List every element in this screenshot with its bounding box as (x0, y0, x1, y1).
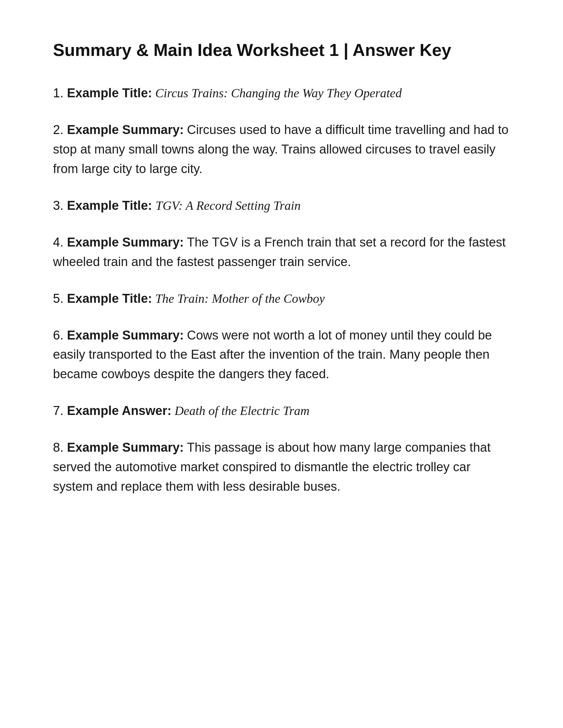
list-item: 6. Example Summary: Cows were not worth … (53, 326, 510, 384)
list-item: 1. Example Title: Circus Trains: Changin… (53, 83, 510, 103)
item-number: 6. (53, 328, 67, 342)
page-title: Summary & Main Idea Worksheet 1 | Answer… (53, 40, 510, 60)
item-label: Example Summary: (67, 328, 184, 342)
item-content: Circus Trains: Changing the Way They Ope… (155, 86, 402, 100)
item-label: Example Answer: (67, 404, 171, 418)
list-item: 8. Example Summary: This passage is abou… (53, 438, 510, 496)
item-label: Example Title: (67, 199, 156, 212)
item-number: 4. (53, 235, 67, 249)
item-label: Example Summary: (67, 235, 184, 249)
item-content: TGV: A Record Setting Train (156, 199, 301, 212)
item-label: Example Title: (67, 292, 152, 305)
list-item: 7. Example Answer: Death of the Electric… (53, 401, 510, 421)
item-content: The Train: Mother of the Cowboy (155, 292, 325, 305)
list-item: 4. Example Summary: The TGV is a French … (53, 233, 510, 272)
item-number: 5. (53, 292, 67, 305)
item-content: Death of the Electric Tram (174, 404, 309, 418)
list-item: 5. Example Title: The Train: Mother of t… (53, 289, 510, 308)
item-label: Example Summary: (67, 123, 184, 137)
item-label: Example Summary: (67, 440, 184, 454)
item-number: 3. (53, 199, 67, 212)
list-item: 3. Example Title: TGV: A Record Setting … (53, 196, 510, 215)
item-label: Example Title: (67, 86, 152, 100)
list-item: 2. Example Summary: Circuses used to hav… (53, 120, 510, 179)
item-number: 7. (53, 404, 67, 418)
item-number: 1. (53, 86, 67, 100)
items-container: 1. Example Title: Circus Trains: Changin… (53, 83, 510, 496)
item-number: 2. (53, 123, 67, 137)
item-number: 8. (53, 440, 67, 454)
